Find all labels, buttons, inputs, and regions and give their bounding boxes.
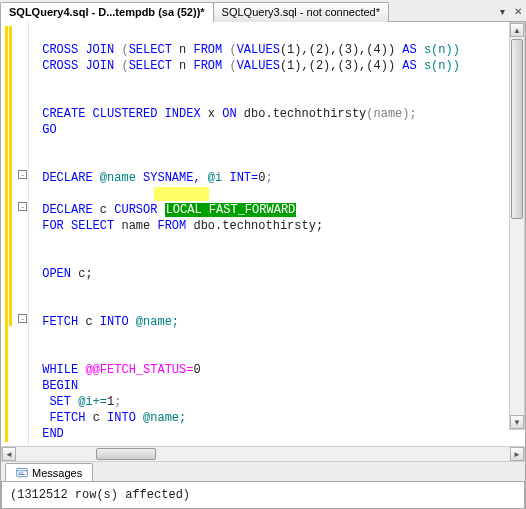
scroll-thumb[interactable] bbox=[96, 448, 156, 460]
close-tab-icon[interactable]: ✕ bbox=[510, 4, 526, 20]
vertical-scrollbar[interactable]: ▲ ▼ bbox=[509, 22, 525, 430]
messages-tab-label: Messages bbox=[32, 467, 82, 479]
tab-dropdown-icon[interactable]: ▾ bbox=[494, 4, 510, 20]
messages-panel: (1312512 row(s) affected) bbox=[1, 482, 525, 509]
code-area[interactable]: CROSS JOIN (SELECT n FROM (VALUES(1),(2)… bbox=[29, 22, 525, 446]
fold-toggle-icon[interactable]: - bbox=[18, 170, 27, 179]
messages-text: (1312512 row(s) affected) bbox=[2, 482, 524, 508]
messages-icon bbox=[16, 467, 28, 479]
horizontal-scrollbar[interactable]: ◄ ► bbox=[1, 446, 525, 462]
editor-gutter: - - - bbox=[1, 22, 29, 446]
document-tabbar: SQLQuery4.sql - D...tempdb (sa (52))* SQ… bbox=[0, 0, 526, 22]
scroll-thumb[interactable] bbox=[511, 39, 523, 219]
tab-sqlquery4[interactable]: SQLQuery4.sql - D...tempdb (sa (52))* bbox=[0, 2, 214, 22]
scroll-up-icon[interactable]: ▲ bbox=[510, 23, 524, 37]
scroll-down-icon[interactable]: ▼ bbox=[510, 415, 524, 429]
scroll-left-icon[interactable]: ◄ bbox=[2, 447, 16, 461]
fold-toggle-icon[interactable]: - bbox=[18, 202, 27, 211]
tab-sqlquery3[interactable]: SQLQuery3.sql - not connected* bbox=[213, 2, 389, 22]
fold-toggle-icon[interactable]: - bbox=[18, 314, 27, 323]
messages-tabbar: Messages bbox=[1, 462, 525, 482]
sql-editor: - - - CROSS JOIN (SELECT n FROM (VALUES(… bbox=[0, 22, 526, 509]
scroll-right-icon[interactable]: ► bbox=[510, 447, 524, 461]
messages-tab[interactable]: Messages bbox=[5, 463, 93, 481]
